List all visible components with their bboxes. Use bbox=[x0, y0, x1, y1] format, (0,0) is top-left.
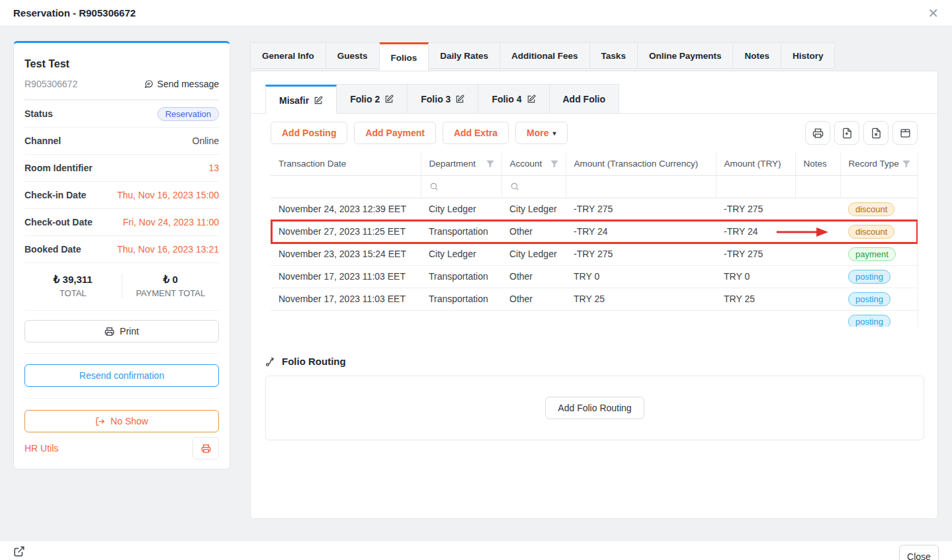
cell-amount-tc: -TRY 24 bbox=[566, 220, 716, 243]
col-account-label: Account bbox=[510, 159, 542, 169]
cell-notes bbox=[795, 310, 840, 327]
checkout-value: Fri, Nov 24, 2023 11:00 bbox=[123, 217, 219, 227]
col-amount-try[interactable]: Amount (TRY) bbox=[716, 153, 795, 175]
add-extra-button[interactable]: Add Extra bbox=[443, 122, 509, 144]
filter-department[interactable] bbox=[421, 175, 501, 198]
cell-date: November 17, 2023 11:03 EET bbox=[271, 265, 421, 288]
tab-folios[interactable]: Folios bbox=[380, 42, 429, 71]
cell-department: City Ledger bbox=[421, 198, 501, 220]
cell-notes bbox=[795, 288, 840, 310]
col-amount-tc[interactable]: Amount (Transaction Currency) bbox=[566, 153, 716, 175]
column-chooser-button[interactable] bbox=[892, 121, 918, 145]
table-row[interactable]: November 24, 2023 12:39 EET City Ledger … bbox=[271, 198, 918, 220]
col-department-label: Department bbox=[429, 159, 476, 169]
add-posting-button[interactable]: Add Posting bbox=[271, 122, 347, 144]
cell-amount-tc: -TRY 275 bbox=[566, 243, 716, 265]
export-file-button[interactable] bbox=[834, 121, 859, 145]
add-payment-label: Add Payment bbox=[365, 128, 424, 138]
status-label: Status bbox=[24, 108, 53, 119]
col-department[interactable]: Department bbox=[421, 153, 501, 175]
table-row[interactable]: November 17, 2023 11:03 EET Transportati… bbox=[271, 288, 918, 310]
folio-tab-2[interactable]: Folio 2 bbox=[337, 84, 408, 113]
col-transaction-date[interactable]: Transaction Date bbox=[271, 153, 421, 175]
tab-additional-fees[interactable]: Additional Fees bbox=[500, 42, 590, 69]
print-label: Print bbox=[120, 326, 139, 337]
close-icon[interactable]: ✕ bbox=[928, 7, 939, 20]
cell-amount-tc: TRY 0 bbox=[566, 265, 716, 288]
no-show-button[interactable]: No Show bbox=[24, 410, 219, 432]
cell-amount-tc: -TRY 275 bbox=[566, 198, 716, 220]
folio-tab-3[interactable]: Folio 3 bbox=[408, 84, 478, 113]
caret-down-icon: ▾ bbox=[552, 130, 556, 137]
total-label: TOTAL bbox=[24, 288, 122, 298]
col-record-type[interactable]: Record Type bbox=[840, 153, 918, 175]
filter-icon[interactable] bbox=[902, 159, 911, 169]
col-notes[interactable]: Notes bbox=[795, 153, 840, 175]
checkin-label: Check-in Date bbox=[24, 190, 86, 200]
export-excel-button[interactable] bbox=[863, 121, 888, 145]
folio-tab-misafir[interactable]: Misafir bbox=[265, 85, 337, 114]
resend-confirmation-button[interactable]: Resend confirmation bbox=[24, 364, 219, 387]
filter-amount-tc[interactable] bbox=[566, 175, 716, 198]
tab-notes[interactable]: Notes bbox=[733, 42, 781, 69]
checkout-label: Check-out Date bbox=[24, 217, 93, 227]
folio-transactions-table[interactable]: Transaction Date Department Account Amou… bbox=[271, 153, 918, 327]
print-button[interactable]: Print bbox=[24, 320, 219, 342]
filter-amount-try[interactable] bbox=[716, 175, 795, 198]
booked-value: Thu, Nov 16, 2023 13:21 bbox=[117, 244, 219, 255]
share-icon[interactable] bbox=[13, 545, 25, 557]
folio-tab-4[interactable]: Folio 4 bbox=[478, 84, 549, 113]
filter-icon[interactable] bbox=[486, 159, 495, 169]
tab-guests[interactable]: Guests bbox=[326, 42, 380, 69]
field-row-status: Status Reservation bbox=[24, 100, 219, 127]
filter-account[interactable] bbox=[501, 175, 566, 198]
modal-header: Reservation - R905306672 ✕ bbox=[0, 0, 952, 26]
close-button[interactable]: Close bbox=[899, 545, 939, 560]
field-row-channel: Channel Online bbox=[24, 127, 219, 154]
cell-amount-try bbox=[716, 310, 795, 327]
cell-date: November 23, 2023 15:24 EET bbox=[271, 243, 421, 265]
col-account[interactable]: Account bbox=[501, 153, 566, 175]
table-row[interactable]: November 23, 2023 15:24 EET City Ledger … bbox=[271, 243, 918, 265]
filter-icon[interactable] bbox=[550, 159, 559, 169]
channel-label: Channel bbox=[24, 136, 61, 146]
tab-general-info[interactable]: General Info bbox=[250, 42, 326, 69]
table-row[interactable]: November 17, 2023 11:03 EET Transportati… bbox=[271, 265, 918, 288]
add-payment-button[interactable]: Add Payment bbox=[354, 122, 435, 144]
room-identifier-value: 13 bbox=[208, 163, 219, 173]
edit-icon[interactable] bbox=[314, 96, 323, 105]
no-show-label: No Show bbox=[110, 416, 148, 426]
filter-notes[interactable] bbox=[795, 175, 840, 198]
tab-tasks[interactable]: Tasks bbox=[590, 42, 638, 69]
print-table-button[interactable] bbox=[805, 121, 830, 145]
hr-utils-link[interactable]: HR Utils bbox=[24, 443, 58, 454]
cell-amount-tc bbox=[566, 310, 716, 327]
tab-history[interactable]: History bbox=[781, 42, 836, 69]
hr-utils-print-button[interactable] bbox=[193, 437, 219, 460]
checkin-value: Thu, Nov 16, 2023 15:00 bbox=[117, 190, 219, 200]
logout-icon bbox=[95, 417, 105, 426]
cell-amount-try: TRY 0 bbox=[716, 265, 795, 288]
table-row-highlighted[interactable]: November 27, 2023 11:25 EET Transportati… bbox=[271, 220, 918, 243]
cell-notes bbox=[795, 220, 840, 243]
filter-transaction-date[interactable] bbox=[271, 175, 421, 198]
filter-record-type[interactable] bbox=[840, 175, 918, 198]
send-message-button[interactable]: Send message bbox=[144, 79, 219, 89]
add-extra-label: Add Extra bbox=[454, 128, 498, 138]
more-button[interactable]: More▾ bbox=[515, 122, 567, 144]
edit-icon[interactable] bbox=[527, 95, 536, 104]
table-header-row: Transaction Date Department Account Amou… bbox=[271, 153, 918, 175]
edit-icon[interactable] bbox=[455, 95, 464, 104]
add-folio-tab[interactable]: Add Folio bbox=[550, 84, 620, 113]
printer-icon bbox=[105, 327, 114, 337]
page-title: Reservation - R905306672 bbox=[13, 7, 136, 19]
status-badge: Reservation bbox=[157, 107, 219, 121]
tab-daily-rates[interactable]: Daily Rates bbox=[429, 42, 500, 69]
add-folio-routing-button[interactable]: Add Folio Routing bbox=[545, 397, 644, 419]
reservation-tabs: General Info Guests Folios Daily Rates A… bbox=[250, 42, 835, 71]
tab-online-payments[interactable]: Online Payments bbox=[638, 42, 734, 69]
cell-amount-try: -TRY 275 bbox=[716, 243, 795, 265]
table-row[interactable]: posting bbox=[271, 310, 918, 327]
folio-tab-label: Folio 2 bbox=[350, 94, 380, 104]
edit-icon[interactable] bbox=[384, 95, 394, 104]
